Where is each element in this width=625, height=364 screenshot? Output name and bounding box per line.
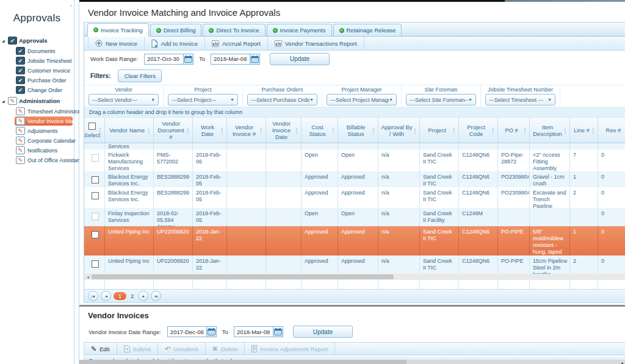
clear-filters-button[interactable]: Clear Filters: [118, 70, 162, 82]
tree-expander-icon[interactable]: ◢: [2, 38, 6, 43]
column-menu-icon[interactable]: ⋮: [562, 127, 568, 134]
filter-group-project: Project---Select Project---▼: [164, 85, 243, 107]
filter-select-jobsite-timesheet-number[interactable]: ---Select Timesheet ---▼: [485, 94, 555, 105]
calendar-icon[interactable]: [250, 54, 260, 65]
column-menu-icon[interactable]: ⋮: [590, 127, 596, 134]
column-header-work_date[interactable]: Work Date⋮: [193, 118, 227, 143]
column-menu-icon[interactable]: ⋮: [412, 127, 418, 134]
row-checkbox[interactable]: [92, 231, 99, 238]
column-header-approval_by[interactable]: Approval By / With⋮: [378, 118, 420, 143]
new-invoice-button[interactable]: New Invoice: [88, 37, 145, 50]
edit-button[interactable]: ✎Edit: [84, 343, 117, 355]
sidebar-item-vendor-invoice-matching[interactable]: ✎Vendor Invoice Matching: [15, 116, 73, 126]
column-header-select[interactable]: Select⋮: [84, 118, 105, 143]
work-date-to-input[interactable]: [211, 54, 250, 65]
filter-select-project[interactable]: ---Select Project---▼: [168, 94, 238, 105]
column-header-rev[interactable]: Rev #⋮: [598, 118, 625, 143]
table-row[interactable]: Blackout Energy Services Inc.BES28882992…: [84, 171, 625, 187]
pager-page-2[interactable]: 2: [129, 293, 135, 299]
filter-select-site-foreman[interactable]: ---Select Site Foreman--▼: [406, 94, 476, 105]
accrual-report-button[interactable]: Accrual Report: [205, 37, 268, 50]
filter-select-vendor[interactable]: ---Select Vendor---▼: [89, 94, 159, 105]
calendar-icon[interactable]: [273, 326, 283, 337]
table-row[interactable]: Pickwick Manufacturing ServicesPMS-57720…: [84, 143, 625, 149]
row-checkbox[interactable]: [92, 176, 99, 184]
last-page-button[interactable]: ►|: [151, 291, 161, 301]
sidebar-item-documents[interactable]: ✔Documents: [15, 46, 74, 55]
column-header-po[interactable]: PO #⋮: [498, 118, 530, 143]
calendar-icon[interactable]: [206, 326, 217, 337]
sidebar-item-adjustments[interactable]: ✎Adjustments: [15, 126, 74, 135]
sidebar-group-approvals[interactable]: ◢✔Approvals: [0, 35, 74, 46]
table-row[interactable]: United Piping IncUP220088202018-Jan-22Ap…: [84, 226, 625, 255]
column-menu-icon[interactable]: ⋮: [97, 127, 103, 134]
page-horizontal-scrollbar[interactable]: ▴: [79, 360, 625, 364]
next-page-button[interactable]: ►: [138, 291, 148, 301]
scrollbar-thumb[interactable]: [92, 274, 394, 279]
pane-separator[interactable]: [79, 305, 625, 307]
column-menu-icon[interactable]: ⋮: [219, 127, 225, 134]
table-row[interactable]: Blackout Energy Services Inc.BES28882992…: [84, 187, 625, 208]
pager-current-page[interactable]: 1: [114, 292, 126, 300]
column-menu-icon[interactable]: ⋮: [146, 127, 152, 134]
column-header-line[interactable]: Line #⋮: [570, 118, 598, 143]
column-menu-icon[interactable]: ⋮: [330, 127, 336, 134]
tab-direct-to-invoice[interactable]: Direct To Invoice: [203, 24, 265, 36]
sidebar-item-customer-invoice[interactable]: ✔Customer Invoice: [15, 66, 74, 75]
filter-select-project-manager[interactable]: ---Select Project Manager---▼: [327, 94, 397, 105]
previous-page-button[interactable]: ◄: [101, 291, 111, 301]
sidebar-item-purchase-order[interactable]: ✔Purchase Order: [15, 76, 74, 85]
column-menu-icon[interactable]: ⋮: [294, 127, 300, 134]
row-checkbox[interactable]: [92, 260, 99, 268]
sidebar-item-out-of-office-assistant[interactable]: ✎Out of Office Assistant: [15, 155, 74, 165]
tree-expander-icon[interactable]: ◢: [2, 99, 6, 103]
grid-horizontal-scrollbar[interactable]: ◄: [84, 274, 625, 280]
table-row[interactable]: Finlay Inspection Services2018-02-05.594…: [84, 208, 625, 226]
add-to-invoice-button[interactable]: Add to Invoice: [145, 37, 205, 50]
filter-select-purchase-orders[interactable]: ---Select Purchase Order---▼: [247, 94, 317, 105]
column-header-vendor_invoice_date[interactable]: Vendor Invoice Date⋮: [266, 118, 302, 143]
tab-invoice-tracking[interactable]: Invoice Tracking: [87, 23, 149, 37]
vendor-invoice-from-input[interactable]: [167, 326, 206, 337]
column-header-cost_status[interactable]: Cost Status⋮: [302, 118, 338, 143]
scroll-left-icon[interactable]: ◄: [84, 275, 92, 279]
scrollbar-thumb[interactable]: [79, 360, 406, 364]
work-date-update-button[interactable]: Update: [270, 53, 330, 65]
column-header-item_description[interactable]: Item Description⋮: [530, 118, 570, 143]
column-header-vendor_document[interactable]: Vendor Document #⋮: [154, 118, 193, 143]
tab-invoice-payments[interactable]: Invoice Payments: [267, 24, 332, 36]
vendor-transactions-report-button[interactable]: Vendor Transactions Report: [268, 37, 364, 50]
column-menu-icon[interactable]: ⋮: [522, 127, 528, 134]
column-menu-icon[interactable]: ⋮: [185, 127, 191, 134]
tab-retainage-release[interactable]: Retainage Release: [333, 24, 402, 36]
sidebar-item-corporate-calendar[interactable]: ✎Corporate Calendar: [15, 136, 74, 145]
row-checkbox[interactable]: [92, 192, 99, 199]
group-drop-zone[interactable]: Drag a column header and drop it here to…: [84, 107, 625, 118]
column-header-billable_status[interactable]: Billable Status⋮: [338, 118, 378, 143]
select-all-checkbox[interactable]: [89, 123, 96, 130]
sidebar-item-timesheet-administration[interactable]: ✎Timesheet Administration: [15, 107, 74, 116]
vendor-invoice-to-input[interactable]: [234, 326, 273, 337]
table-row[interactable]: United Piping IncUP220088202018-Jan-22Ap…: [84, 255, 625, 274]
sidebar-item-notifications[interactable]: ✎Notifications: [15, 146, 74, 155]
column-menu-icon[interactable]: ⋮: [370, 127, 377, 134]
tab-direct-billing[interactable]: Direct Billing: [150, 24, 202, 36]
sidebar-collapse-icon[interactable]: ‹: [70, 2, 72, 9]
cell-project_code: C1248M: [459, 208, 498, 226]
column-menu-icon[interactable]: ⋮: [490, 127, 496, 134]
work-date-from-input[interactable]: [144, 54, 183, 65]
table-row[interactable]: Pickwick Manufacturing ServicesPMS-57720…: [84, 149, 625, 171]
vendor-invoice-update-button[interactable]: Update: [293, 326, 353, 338]
first-page-button[interactable]: |◄: [88, 291, 98, 301]
column-menu-icon[interactable]: ⋮: [451, 127, 457, 134]
column-header-vendor_name[interactable]: Vendor Name⋮: [105, 118, 154, 143]
sidebar-item-change-order[interactable]: ✔Change Order: [15, 85, 74, 95]
column-header-project[interactable]: Project⋮: [420, 118, 459, 143]
calendar-icon[interactable]: [183, 54, 193, 65]
sidebar-group-administration[interactable]: ◢✎Administration: [0, 96, 74, 106]
sidebar-item-jobsite-timesheet[interactable]: ✔Jobsite Timesheet: [15, 56, 74, 65]
column-menu-icon[interactable]: ⋮: [258, 127, 264, 134]
column-header-project_code[interactable]: Project Code⋮: [459, 118, 498, 143]
column-header-vendor_invoice[interactable]: Vendor Invoice #⋮: [227, 118, 266, 143]
sidebar-splitter[interactable]: [74, 0, 79, 364]
